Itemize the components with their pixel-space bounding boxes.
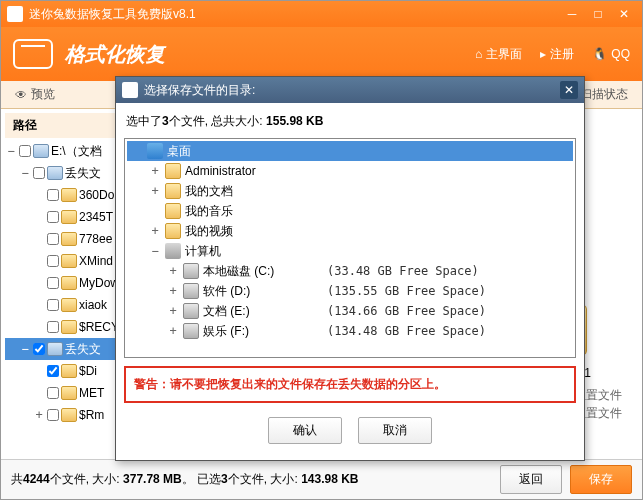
folder-icon <box>61 232 77 246</box>
dir-node[interactable]: +娱乐 (F:)(134.48 GB Free Space) <box>127 321 573 341</box>
node-label: $Rm <box>79 405 104 425</box>
checkbox[interactable] <box>33 167 45 179</box>
expand-icon[interactable]: − <box>5 141 17 161</box>
eye-icon: 👁 <box>15 88 27 102</box>
checkbox[interactable] <box>47 277 59 289</box>
expand-icon[interactable]: + <box>167 261 179 281</box>
user-icon <box>165 223 181 239</box>
disk-icon <box>183 323 199 339</box>
expand-icon[interactable]: + <box>149 161 161 181</box>
qq-link[interactable]: 🐧QQ <box>592 46 630 63</box>
expand-icon[interactable]: − <box>19 163 31 183</box>
checkbox[interactable] <box>47 189 59 201</box>
dir-label: 我的文档 <box>185 181 305 201</box>
app-icon <box>7 6 23 22</box>
checkbox[interactable] <box>47 321 59 333</box>
maximize-button[interactable]: □ <box>586 5 610 23</box>
expand-icon[interactable] <box>33 207 45 227</box>
desk-icon <box>147 143 163 159</box>
drive-icon <box>13 39 53 69</box>
expand-icon[interactable]: + <box>167 321 179 341</box>
comp-icon <box>165 243 181 259</box>
warning-box: 警告：请不要把恢复出来的文件保存在丢失数据的分区上。 <box>124 366 576 403</box>
titlebar: 迷你兔数据恢复工具免费版v8.1 ─ □ ✕ <box>1 1 642 27</box>
expand-icon[interactable] <box>33 383 45 403</box>
checkbox[interactable] <box>47 387 59 399</box>
register-link[interactable]: ▸注册 <box>540 46 574 63</box>
node-label: 778ee <box>79 229 112 249</box>
expand-icon[interactable]: + <box>149 181 161 201</box>
checkbox[interactable] <box>19 145 31 157</box>
close-button[interactable]: ✕ <box>612 5 636 23</box>
dir-node[interactable]: +Administrator <box>127 161 573 181</box>
node-label: E:\（文档 <box>51 141 102 161</box>
expand-icon[interactable] <box>33 251 45 271</box>
checkbox[interactable] <box>47 299 59 311</box>
dir-label: 软件 (D:) <box>203 281 323 301</box>
dir-node[interactable]: −计算机 <box>127 241 573 261</box>
expand-icon[interactable] <box>131 141 143 161</box>
dialog-info: 选中了3个文件, 总共大小: 155.98 KB <box>124 109 576 134</box>
checkbox[interactable] <box>47 365 59 377</box>
dir-node[interactable]: +我的文档 <box>127 181 573 201</box>
node-label: $RECY <box>79 317 119 337</box>
expand-icon[interactable]: + <box>33 405 45 425</box>
expand-icon[interactable] <box>33 295 45 315</box>
footer: 共4244个文件, 大小: 377.78 MB。 已选3个文件, 大小: 143… <box>1 459 642 499</box>
expand-icon[interactable]: + <box>167 281 179 301</box>
save-dialog: 选择保存文件的目录: ✕ 选中了3个文件, 总共大小: 155.98 KB 桌面… <box>115 76 585 461</box>
user-icon <box>165 203 181 219</box>
dir-node[interactable]: +本地磁盘 (C:)(33.48 GB Free Space) <box>127 261 573 281</box>
node-label: 丢失文 <box>65 163 101 183</box>
expand-icon[interactable] <box>149 201 161 221</box>
drive-icon <box>33 144 49 158</box>
drive-icon <box>47 166 63 180</box>
dialog-title: 选择保存文件的目录: <box>144 82 560 99</box>
node-label: xiaok <box>79 295 107 315</box>
node-label: $Di <box>79 361 97 381</box>
dir-node[interactable]: +软件 (D:)(135.55 GB Free Space) <box>127 281 573 301</box>
node-label: 2345T <box>79 207 113 227</box>
checkbox[interactable] <box>47 409 59 421</box>
dir-size: (134.66 GB Free Space) <box>327 301 486 321</box>
expand-icon[interactable] <box>33 361 45 381</box>
expand-icon[interactable] <box>33 317 45 337</box>
expand-icon[interactable]: + <box>149 221 161 241</box>
checkbox[interactable] <box>47 211 59 223</box>
dir-node[interactable]: +我的视频 <box>127 221 573 241</box>
cancel-button[interactable]: 取消 <box>358 417 432 444</box>
expand-icon[interactable]: − <box>19 339 31 359</box>
dir-node[interactable]: 我的音乐 <box>127 201 573 221</box>
dir-node[interactable]: +文档 (E:)(134.66 GB Free Space) <box>127 301 573 321</box>
dialog-titlebar[interactable]: 选择保存文件的目录: ✕ <box>116 77 584 103</box>
save-button[interactable]: 保存 <box>570 465 632 494</box>
minimize-button[interactable]: ─ <box>560 5 584 23</box>
checkbox[interactable] <box>47 233 59 245</box>
dialog-close-button[interactable]: ✕ <box>560 81 578 99</box>
preview-button[interactable]: 👁预览 <box>9 84 61 105</box>
dir-size: (33.48 GB Free Space) <box>327 261 479 281</box>
home-link[interactable]: ⌂主界面 <box>475 46 522 63</box>
dir-node[interactable]: 桌面 <box>127 141 573 161</box>
dir-size: (134.48 GB Free Space) <box>327 321 486 341</box>
node-label: MyDow <box>79 273 119 293</box>
directory-tree[interactable]: 桌面+Administrator+我的文档 我的音乐+我的视频−计算机+本地磁盘… <box>124 138 576 358</box>
dialog-icon <box>122 82 138 98</box>
drive-icon <box>47 342 63 356</box>
expand-icon[interactable] <box>33 185 45 205</box>
window-title: 迷你兔数据恢复工具免费版v8.1 <box>29 6 560 23</box>
expand-icon[interactable] <box>33 229 45 249</box>
dir-label: 娱乐 (F:) <box>203 321 323 341</box>
expand-icon[interactable]: − <box>149 241 161 261</box>
checkbox[interactable] <box>33 343 45 355</box>
folder-icon <box>61 210 77 224</box>
page-title: 格式化恢复 <box>65 41 475 68</box>
back-button[interactable]: 返回 <box>500 465 562 494</box>
ok-button[interactable]: 确认 <box>268 417 342 444</box>
expand-icon[interactable]: + <box>167 301 179 321</box>
checkbox[interactable] <box>47 255 59 267</box>
folder-icon <box>61 320 77 334</box>
node-label: MET <box>79 383 104 403</box>
expand-icon[interactable] <box>33 273 45 293</box>
dir-label: 我的视频 <box>185 221 305 241</box>
